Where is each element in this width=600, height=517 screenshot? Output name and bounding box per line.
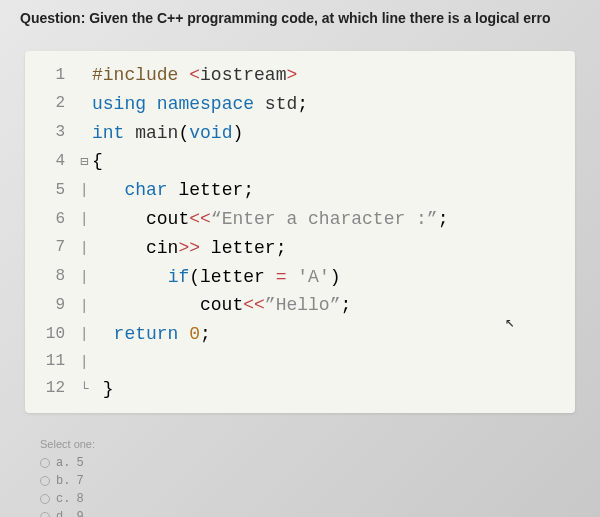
line-number: 3 bbox=[35, 120, 65, 146]
radio-icon[interactable] bbox=[40, 512, 50, 517]
line-number: 7 bbox=[35, 235, 65, 261]
code-line: 7 | cin>> letter; bbox=[25, 234, 575, 263]
gutter-mark: | bbox=[80, 266, 92, 288]
gutter-mark: | bbox=[80, 351, 92, 373]
line-number: 2 bbox=[35, 91, 65, 117]
option-row[interactable]: d. 9 bbox=[40, 510, 560, 517]
code-line: 3 int main(void) bbox=[25, 119, 575, 148]
code-content: { bbox=[92, 147, 103, 176]
gutter-mark: | bbox=[80, 237, 92, 259]
code-content: cin>> letter; bbox=[92, 234, 286, 263]
code-line: 2 using namespace std; bbox=[25, 90, 575, 119]
gutter-mark: | bbox=[80, 323, 92, 345]
line-number: 6 bbox=[35, 207, 65, 233]
gutter-mark: ⊟ bbox=[80, 151, 92, 173]
option-value: 7 bbox=[76, 474, 83, 488]
option-letter: c. bbox=[56, 492, 70, 506]
code-line: 11 | bbox=[25, 349, 575, 375]
line-number: 4 bbox=[35, 149, 65, 175]
options-section: Select one: a. 5 b. 7 c. 8 d. 9 bbox=[40, 438, 560, 517]
option-value: 9 bbox=[76, 510, 83, 517]
line-number: 8 bbox=[35, 264, 65, 290]
cursor-icon: ↖ bbox=[505, 311, 515, 337]
code-line: 8 | if(letter = 'A') bbox=[25, 263, 575, 292]
code-content: } bbox=[92, 375, 114, 404]
radio-icon[interactable] bbox=[40, 494, 50, 504]
line-number: 1 bbox=[35, 63, 65, 89]
code-content: cout<<“Enter a character :”; bbox=[92, 205, 448, 234]
radio-icon[interactable] bbox=[40, 476, 50, 486]
code-block: 1 #include <iostream> 2 using namespace … bbox=[25, 51, 575, 413]
code-content: int main(void) bbox=[92, 119, 243, 148]
line-number: 9 bbox=[35, 293, 65, 319]
line-number: 12 bbox=[35, 376, 65, 402]
gutter-mark: | bbox=[80, 208, 92, 230]
code-content: if(letter = 'A') bbox=[92, 263, 341, 292]
option-value: 5 bbox=[76, 456, 83, 470]
option-letter: d. bbox=[56, 510, 70, 517]
code-line: 5 | char letter; bbox=[25, 176, 575, 205]
gutter-mark: | bbox=[80, 179, 92, 201]
line-number: 5 bbox=[35, 178, 65, 204]
code-line: 12 └ } bbox=[25, 375, 575, 404]
code-line: 6 | cout<<“Enter a character :”; bbox=[25, 205, 575, 234]
gutter-mark: | bbox=[80, 295, 92, 317]
code-line: 9 | cout<<”Hello”; bbox=[25, 291, 575, 320]
line-number: 10 bbox=[35, 322, 65, 348]
options-title: Select one: bbox=[40, 438, 560, 450]
code-content: cout<<”Hello”; bbox=[92, 291, 351, 320]
option-row[interactable]: a. 5 bbox=[40, 456, 560, 470]
gutter-mark: └ bbox=[80, 378, 92, 400]
code-content: using namespace std; bbox=[92, 90, 308, 119]
code-content: #include <iostream> bbox=[92, 61, 297, 90]
radio-icon[interactable] bbox=[40, 458, 50, 468]
code-line: 4 ⊟ { bbox=[25, 147, 575, 176]
code-content: return 0; bbox=[92, 320, 211, 349]
code-content: char letter; bbox=[92, 176, 254, 205]
line-number: 11 bbox=[35, 349, 65, 375]
option-row[interactable]: b. 7 bbox=[40, 474, 560, 488]
question-text: Question: Given the C++ programming code… bbox=[0, 0, 600, 36]
code-line: 10 | return 0; bbox=[25, 320, 575, 349]
option-row[interactable]: c. 8 bbox=[40, 492, 560, 506]
option-letter: b. bbox=[56, 474, 70, 488]
option-value: 8 bbox=[76, 492, 83, 506]
code-line: 1 #include <iostream> bbox=[25, 61, 575, 90]
option-letter: a. bbox=[56, 456, 70, 470]
